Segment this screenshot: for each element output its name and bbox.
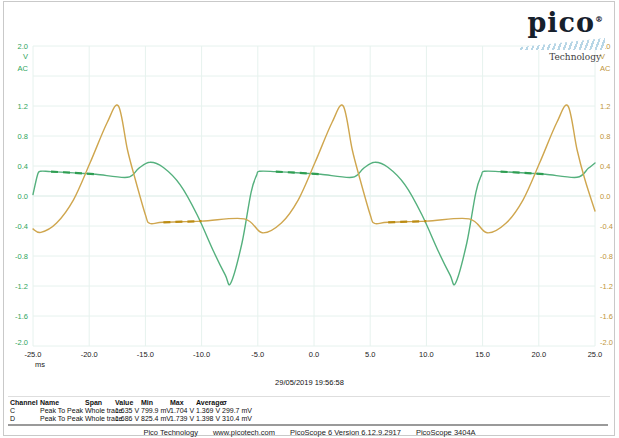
y-tick-label: 0.0 [600,192,610,201]
y-tick-label: 0.8 [600,132,610,141]
y-tick-label: -1.2 [15,282,28,291]
y-tick-label: -2.0 [15,338,28,347]
logo-waves-icon [519,38,605,50]
y-tick-label: 0.4 [18,162,28,171]
y-tick-label: -1.2 [600,282,613,291]
meas-header-channel: Channel [10,399,40,407]
meas-cell-row-c: 1.369 V [196,407,222,415]
capture-timestamp: 29/05/2019 19:56:58 [0,378,619,387]
meas-cell-row-c: C [10,407,40,415]
y-tick-label: -1.6 [15,312,28,321]
y-tick-label: 0.8 [18,132,28,141]
meas-header-average: Average [196,399,222,407]
meas-cell-row-c: 299.7 mV [222,407,264,415]
meas-cell-row-c: Peak To Peak [40,407,85,415]
x-tick-label: 0.0 [309,350,319,359]
meas-cell-row-d: Whole trace [85,415,115,423]
y-tick-label: -0.8 [600,252,613,261]
meas-cell-row-d: 825.4 mV [141,415,170,423]
x-tick-label: -5.0 [251,350,264,359]
registered-mark-icon: ® [595,14,603,24]
meas-cell-row-d: 1.398 V [196,415,222,423]
y-tick-label: 2.0 [18,42,28,51]
y-tick-label: 1.2 [18,102,28,111]
meas-cell-row-d: 1.686 V [115,415,141,423]
y-axis-unit: V [23,52,28,61]
logo-brand-text: pico [527,7,595,38]
meas-cell-row-d: D [10,415,40,423]
x-tick-label: -20.0 [81,350,98,359]
meas-cell-row-d: 1.739 V [170,415,196,423]
measurements-table: ChannelNameSpanValueMinMaxAverageσCPeak … [10,399,264,423]
x-tick-label: -15.0 [137,350,154,359]
meas-header-span: Span [85,399,115,407]
y-tick-label: -0.4 [15,222,28,231]
logo-brand: pico® [509,5,605,37]
logo-subtitle: Technology [509,52,605,62]
y-axis-coupling: AC [18,64,29,73]
x-tick-label: 20.0 [531,350,546,359]
y-tick-label: -0.4 [600,222,613,231]
x-tick-label: 25.0 [588,350,603,359]
meas-cell-row-d: 310.4 mV [222,415,264,423]
meas-cell-row-c: Whole trace [85,407,115,415]
footer-separator [8,424,608,426]
x-tick-label: 10.0 [419,350,434,359]
pico-logo: pico® Technology [509,5,605,62]
y-tick-label: 1.2 [600,102,610,111]
footer-website: www.picotech.com [213,428,275,437]
x-tick-label: 5.0 [365,350,375,359]
footer-company: Pico Technology [143,428,197,437]
meas-header-value: Value [115,399,141,407]
y-tick-label: 0.4 [600,162,610,171]
y-tick-label: -1.6 [600,312,613,321]
x-tick-label: -10.0 [193,350,210,359]
meas-cell-row-d: Peak To Peak [40,415,85,423]
table-separator [8,396,610,397]
footer-device-model: PicoScope 3404A [416,428,476,437]
meas-header-min: Min [141,399,170,407]
meas-cell-row-c: 799.9 mV [141,407,170,415]
x-tick-label: 15.0 [475,350,490,359]
x-tick-label: -25.0 [24,350,41,359]
meas-header-max: Max [170,399,196,407]
y-tick-label: -0.8 [15,252,28,261]
footer-app-version: PicoScope 6 Version 6.12.9.2917 [290,428,401,437]
x-axis-unit: ms [35,360,45,369]
meas-cell-row-c: 1.635 V [115,407,141,415]
y-tick-label: -2.0 [600,338,613,347]
meas-header-sigma: σ [222,399,264,407]
y-axis-coupling: AC [600,64,611,73]
status-bar: Pico Technology www.picotech.com PicoSco… [0,428,619,437]
meas-cell-row-c: 1.704 V [170,407,196,415]
y-tick-label: 0.0 [18,192,28,201]
meas-header-name: Name [40,399,85,407]
